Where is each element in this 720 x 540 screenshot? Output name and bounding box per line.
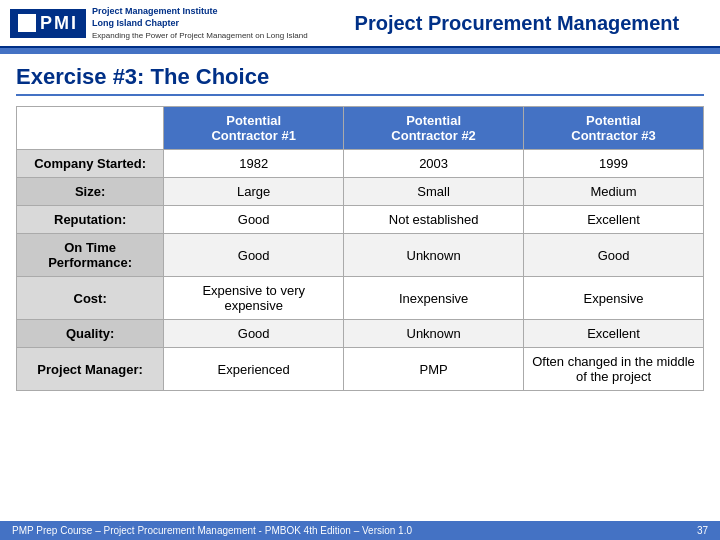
pmi-line2: Long Island Chapter — [92, 18, 308, 30]
table-row: Project Manager:ExperiencedPMPOften chan… — [17, 348, 704, 391]
cell-contractor1: Good — [164, 206, 344, 234]
header-title: Project Procurement Management — [324, 12, 710, 35]
header-contractor3: PotentialContractor #3 — [524, 107, 704, 150]
table-header-row: PotentialContractor #1 PotentialContract… — [17, 107, 704, 150]
header-empty — [17, 107, 164, 150]
header-contractor1: PotentialContractor #1 — [164, 107, 344, 150]
logo: PMI Project Management Institute Long Is… — [10, 6, 308, 40]
cell-contractor3: Excellent — [524, 320, 704, 348]
header: PMI Project Management Institute Long Is… — [0, 0, 720, 48]
cell-contractor3: Expensive — [524, 277, 704, 320]
cell-contractor3: Medium — [524, 178, 704, 206]
cell-contractor1: Good — [164, 320, 344, 348]
header-contractor2: PotentialContractor #2 — [344, 107, 524, 150]
main-content: Exercise #3: The Choice PotentialContrac… — [0, 54, 720, 397]
cell-contractor1: Experienced — [164, 348, 344, 391]
table-row: Quality:GoodUnknownExcellent — [17, 320, 704, 348]
cell-contractor3: Often changed in the middle of the proje… — [524, 348, 704, 391]
pmi-text: PMI — [40, 13, 78, 34]
pmi-sub: Expanding the Power of Project Managemen… — [92, 31, 308, 40]
table-row: Cost:Expensive to very expensiveInexpens… — [17, 277, 704, 320]
cell-contractor2: Unknown — [344, 320, 524, 348]
page-title: Exercise #3: The Choice — [16, 64, 704, 96]
cell-contractor2: 2003 — [344, 150, 524, 178]
row-label: Reputation: — [17, 206, 164, 234]
table-row: Company Started:198220031999 — [17, 150, 704, 178]
footer: PMP Prep Course – Project Procurement Ma… — [0, 521, 720, 540]
row-label: Size: — [17, 178, 164, 206]
cell-contractor3: 1999 — [524, 150, 704, 178]
row-label: Quality: — [17, 320, 164, 348]
row-label: Cost: — [17, 277, 164, 320]
footer-text: PMP Prep Course – Project Procurement Ma… — [12, 525, 412, 536]
row-label: Company Started: — [17, 150, 164, 178]
pmi-line1: Project Management Institute — [92, 6, 308, 18]
footer-page: 37 — [697, 525, 708, 536]
cell-contractor2: Not established — [344, 206, 524, 234]
table-row: On Time Performance:GoodUnknownGood — [17, 234, 704, 277]
table-row: Size:LargeSmallMedium — [17, 178, 704, 206]
table-row: Reputation:GoodNot establishedExcellent — [17, 206, 704, 234]
cell-contractor1: 1982 — [164, 150, 344, 178]
pmi-logo: PMI — [10, 9, 86, 38]
row-label: Project Manager: — [17, 348, 164, 391]
cell-contractor1: Good — [164, 234, 344, 277]
cell-contractor2: Unknown — [344, 234, 524, 277]
cell-contractor2: Small — [344, 178, 524, 206]
comparison-table: PotentialContractor #1 PotentialContract… — [16, 106, 704, 391]
row-label: On Time Performance: — [17, 234, 164, 277]
cell-contractor2: Inexpensive — [344, 277, 524, 320]
cell-contractor3: Excellent — [524, 206, 704, 234]
cell-contractor1: Large — [164, 178, 344, 206]
cell-contractor2: PMP — [344, 348, 524, 391]
cell-contractor1: Expensive to very expensive — [164, 277, 344, 320]
cell-contractor3: Good — [524, 234, 704, 277]
